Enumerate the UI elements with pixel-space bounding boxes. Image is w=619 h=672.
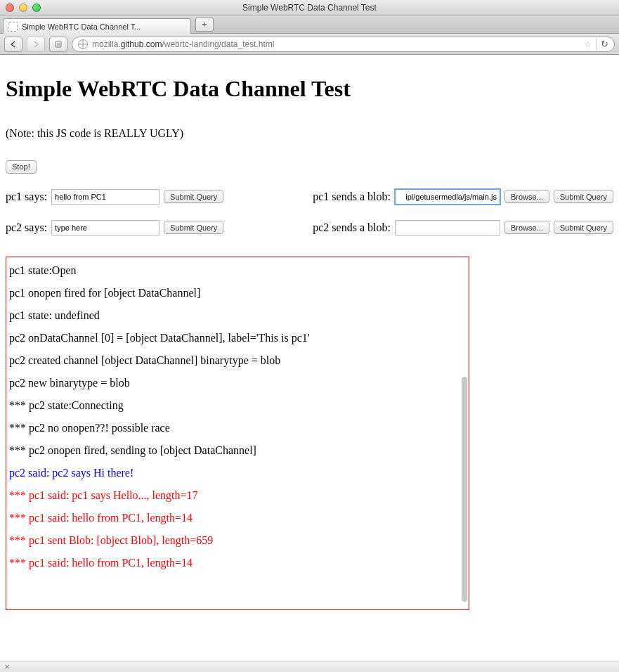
log-entry: pc2 onDataChannel [0] = [object DataChan… [9,332,466,344]
pc2-blob-browse[interactable]: Browse... [504,221,549,234]
forward-button[interactable] [27,37,45,52]
tab-label: Simple WebRTC Data Channel T... [22,22,186,31]
status-bar: ✕ [0,661,619,672]
url-host: github.com [121,39,162,49]
pc2-row: pc2 says: Submit Query pc2 sends a blob:… [6,220,613,235]
page-title: Simple WebRTC Data Channel Test [6,76,613,102]
pc1-blob-file[interactable] [395,189,500,205]
tab-favicon [8,22,18,32]
forward-icon [32,41,39,48]
log-entry: *** pc1 said: pc1 says Hello..., length=… [9,489,466,502]
nav-toolbar: mozilla.github.com/webrtc-landing/data_t… [0,34,619,55]
log-entry: pc1 state: undefined [9,309,466,322]
pc1-blob-label: pc1 sends a blob: [313,190,391,203]
pc1-blob-submit[interactable]: Submit Query [554,190,613,203]
home-button[interactable] [49,37,67,52]
log-entry: pc1 state:Open [9,264,466,277]
pc2-says-input[interactable] [51,220,159,235]
log-entry: *** pc2 state:Connecting [9,399,466,412]
log-entry: *** pc1 said: hello from PC1, length=14 [9,512,466,524]
log-entry: *** pc2 no onopen??! possible race [9,422,466,434]
log-box[interactable]: pc1 state:Openpc1 onopen fired for [obje… [6,257,469,610]
log-entry: pc2 created channel [object DataChannel]… [9,354,466,367]
pc1-says-submit[interactable]: Submit Query [164,190,223,203]
url-bar[interactable]: mozilla.github.com/webrtc-landing/data_t… [72,37,615,52]
minimize-window-button[interactable] [19,4,27,12]
log-entry: pc2 new binarytype = blob [9,377,466,389]
log-entry: *** pc1 said: hello from PC1, length=14 [9,557,466,569]
pc2-blob-label: pc2 sends a blob: [313,221,391,234]
log-entry: *** pc1 sent Blob: [object Blob], length… [9,534,466,547]
tab-active[interactable]: Simple WebRTC Data Channel T... [3,18,191,34]
log-entry: pc1 onopen fired for [object DataChannel… [9,287,466,299]
back-icon [10,41,17,48]
traffic-lights [6,4,41,12]
tab-strip: Simple WebRTC Data Channel T... + [0,15,619,34]
pc1-row: pc1 says: Submit Query pc1 sends a blob:… [6,189,613,205]
page-content: Simple WebRTC Data Channel Test (Note: t… [0,55,619,616]
log-entry: *** pc2 onopen fired, sending to [object… [9,444,466,457]
svg-rect-1 [57,43,60,46]
bookmark-star-icon[interactable]: ☆ [584,39,592,49]
page-note: (Note: this JS code is REALLY UGLY) [6,127,613,140]
url-prefix: mozilla. [92,39,121,49]
reload-icon[interactable]: ↻ [601,39,608,49]
statusbar-close-icon[interactable]: ✕ [4,663,10,671]
url-path: /webrtc-landing/data_test.html [162,39,274,49]
log-entry: pc2 said: pc2 says Hi there! [9,467,466,479]
window-titlebar: Simple WebRTC Data Channel Test [0,0,619,15]
back-button[interactable] [4,37,22,52]
globe-icon [78,39,88,49]
url-text: mozilla.github.com/webrtc-landing/data_t… [92,39,580,49]
new-tab-button[interactable]: + [195,18,214,32]
zoom-window-button[interactable] [32,4,41,12]
window-title: Simple WebRTC Data Channel Test [0,3,619,13]
pc1-blob-browse[interactable]: Browse... [504,190,549,203]
pc2-blob-submit[interactable]: Submit Query [554,221,613,234]
pc2-blob-file[interactable] [395,220,500,235]
pc2-says-submit[interactable]: Submit Query [164,221,223,234]
close-window-button[interactable] [6,4,14,12]
stop-button[interactable]: Stop! [6,160,37,174]
pc1-says-label: pc1 says: [6,190,47,203]
pc2-says-label: pc2 says: [6,221,47,234]
home-icon [54,40,63,49]
pc1-says-input[interactable] [51,189,159,205]
url-separator [596,39,597,50]
